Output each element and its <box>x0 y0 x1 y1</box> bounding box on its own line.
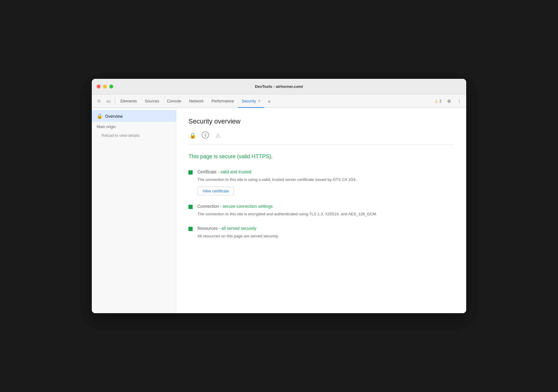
settings-button[interactable]: ⚙ <box>444 97 454 106</box>
page-title: Security overview <box>188 117 454 125</box>
toolbar: ⊹ ▭ Elements Sources Console Network Per… <box>92 95 466 108</box>
resources-description: All resources on this page are served se… <box>197 233 279 239</box>
traffic-lights <box>97 85 113 88</box>
certificate-section: Certificate - valid and trusted The conn… <box>188 169 454 195</box>
lock-icon: 🔒 <box>97 113 103 119</box>
secure-message: This page is secure (valid HTTPS). <box>188 153 454 160</box>
certificate-status: valid and trusted <box>220 169 251 174</box>
main-layout: 🔒 Overview Main origin Reload to view de… <box>92 108 466 313</box>
minimize-button[interactable] <box>103 85 107 88</box>
devtools-window: DevTools - airhorner.com/ ⊹ ▭ Elements S… <box>92 79 466 313</box>
tab-close-security[interactable]: ✕ <box>258 99 261 103</box>
sidebar-item-overview[interactable]: 🔒 Overview <box>92 110 176 122</box>
close-button[interactable] <box>97 85 101 88</box>
connection-green-indicator <box>188 205 193 209</box>
device-tool-button[interactable]: ▭ <box>104 97 113 106</box>
connection-title: Connection - secure connection settings <box>197 204 377 209</box>
toolbar-divider <box>115 98 115 104</box>
warning-count: 2 <box>439 99 441 103</box>
certificate-description: The connection to this site is using a v… <box>197 177 357 183</box>
resources-title: Resources - all served securely <box>197 226 279 231</box>
sidebar-main-origin: Main origin <box>92 122 176 131</box>
certificate-content: Certificate - valid and trusted The conn… <box>197 169 357 195</box>
info-icon: ℹ <box>202 131 209 139</box>
maximize-button[interactable] <box>109 85 113 88</box>
certificate-green-indicator <box>188 170 193 175</box>
sidebar: 🔒 Overview Main origin Reload to view de… <box>92 108 176 313</box>
security-icons-row: 🔒 ℹ ⚠ <box>188 131 454 140</box>
resources-status: all served securely <box>221 226 256 231</box>
tab-console[interactable]: Console <box>163 95 185 108</box>
view-certificate-button[interactable]: View certificate <box>197 187 234 195</box>
lock-secure-icon: 🔒 <box>188 131 197 140</box>
tab-network[interactable]: Network <box>186 95 207 108</box>
more-options-button[interactable]: ⋮ <box>455 97 464 106</box>
warning-icon: ⚠ <box>435 99 438 104</box>
tab-elements[interactable]: Elements <box>117 95 140 108</box>
sidebar-reload-item[interactable]: Reload to view details <box>92 131 176 140</box>
resources-section: Resources - all served securely All reso… <box>188 226 454 239</box>
dots-icon: ⋮ <box>457 99 461 104</box>
window-title: DevTools - airhorner.com/ <box>255 84 303 89</box>
section-divider <box>188 145 454 145</box>
toolbar-right: ⚠ 2 ⚙ ⋮ <box>433 97 464 106</box>
tab-security[interactable]: Security ✕ <box>238 95 264 108</box>
triangle-warning-icon: ⚠ <box>214 131 222 140</box>
connection-section: Connection - secure connection settings … <box>188 204 454 217</box>
more-tabs-icon: » <box>268 99 271 104</box>
warning-badge[interactable]: ⚠ 2 <box>433 98 443 104</box>
tab-performance[interactable]: Performance <box>208 95 237 108</box>
connection-description: The connection to this site is encrypted… <box>197 211 377 217</box>
titlebar: DevTools - airhorner.com/ <box>92 79 466 95</box>
resources-content: Resources - all served securely All reso… <box>197 226 279 239</box>
sidebar-overview-label: Overview <box>105 114 123 119</box>
gear-icon: ⚙ <box>447 99 451 104</box>
connection-content: Connection - secure connection settings … <box>197 204 377 217</box>
cursor-icon: ⊹ <box>97 98 101 104</box>
tab-sources[interactable]: Sources <box>141 95 163 108</box>
content-area: Security overview 🔒 ℹ ⚠ This page is sec… <box>176 108 466 313</box>
certificate-title: Certificate - valid and trusted <box>197 169 357 174</box>
resources-green-indicator <box>188 227 193 231</box>
more-tabs-button[interactable]: » <box>265 97 274 106</box>
device-icon: ▭ <box>106 98 111 104</box>
connection-status: secure connection settings <box>223 204 273 209</box>
cursor-tool-button[interactable]: ⊹ <box>94 97 103 106</box>
